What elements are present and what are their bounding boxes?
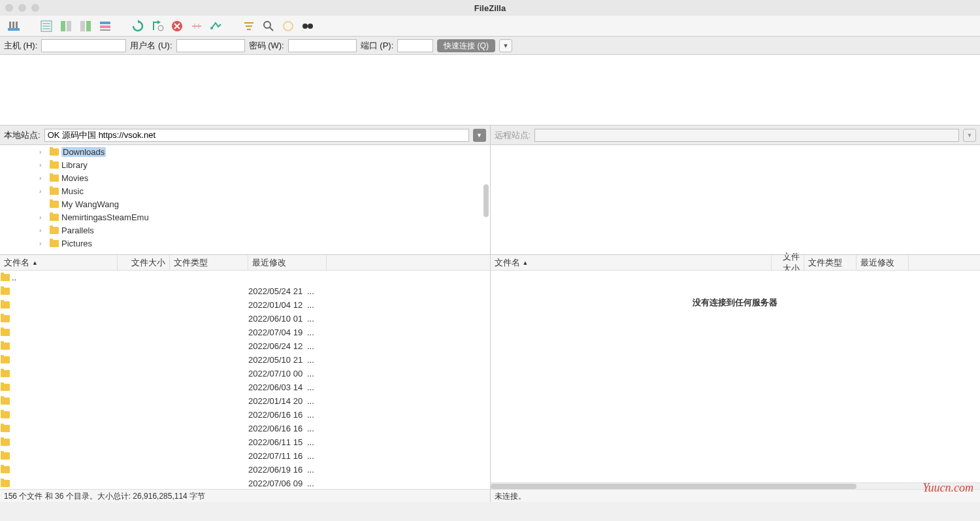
svg-rect-12 (100, 22, 110, 24)
password-input[interactable] (288, 39, 357, 52)
not-connected-message: 没有连接到任何服务器 (491, 271, 981, 309)
folder-icon (1, 301, 10, 309)
toggle-queue-icon[interactable] (97, 18, 114, 35)
svg-rect-31 (306, 25, 309, 27)
list-item[interactable]: 2022/05/24 21... (0, 284, 490, 298)
remote-site-label: 远程站点: (495, 129, 531, 141)
toggle-remote-tree-icon[interactable] (77, 18, 94, 35)
list-item[interactable]: 2022/06/19 16... (0, 463, 490, 477)
disconnect-icon[interactable] (188, 18, 205, 35)
col-modified[interactable]: 最近修改 (248, 255, 327, 270)
list-item[interactable]: 2022/07/11 16... (0, 449, 490, 463)
expand-arrow-icon[interactable]: › (39, 214, 47, 221)
remote-file-list[interactable]: 没有连接到任何服务器 (491, 271, 981, 482)
tree-item[interactable]: ›Downloads (0, 145, 490, 158)
remote-status: 未连接。 (491, 489, 981, 502)
col-filesize[interactable]: 文件大小 (772, 255, 804, 270)
list-item[interactable]: 2022/01/14 20... (0, 394, 490, 408)
local-site-dropdown-icon[interactable]: ▼ (473, 129, 486, 142)
toggle-local-tree-icon[interactable] (57, 18, 74, 35)
tree-item-label: Downloads (61, 147, 106, 157)
message-log[interactable] (0, 55, 980, 126)
folder-icon (1, 370, 10, 377)
local-tree[interactable]: ›Downloads›Library›Movies›MusicMy WangWa… (0, 145, 490, 255)
tree-item[interactable]: ›Movies (0, 171, 490, 184)
expand-arrow-icon[interactable]: › (39, 188, 47, 195)
site-manager-icon[interactable] (5, 18, 22, 35)
folder-icon (50, 148, 59, 156)
svg-rect-10 (80, 21, 85, 31)
svg-point-22 (210, 27, 213, 29)
remote-site-dropdown-icon[interactable]: ▼ (963, 129, 976, 142)
svg-rect-8 (61, 21, 65, 31)
maximize-window-icon[interactable] (31, 4, 39, 12)
col-filename[interactable]: 文件名▲ (0, 255, 118, 270)
filter-icon[interactable] (240, 18, 257, 35)
file-modified: 2022/06/24 12 (248, 341, 307, 351)
local-list-header: 文件名▲ 文件大小 文件类型 最近修改 (0, 255, 490, 271)
folder-icon (1, 452, 10, 460)
expand-arrow-icon[interactable]: › (39, 240, 47, 247)
remote-site-input[interactable] (534, 129, 959, 142)
svg-rect-9 (67, 21, 71, 31)
list-item[interactable]: 2022/07/06 09... (0, 477, 490, 489)
compare-icon[interactable] (299, 18, 316, 35)
list-item[interactable]: 2022/06/16 16... (0, 408, 490, 422)
list-item[interactable]: 2022/07/10 00... (0, 367, 490, 380)
process-queue-icon[interactable] (149, 18, 166, 35)
file-modified: 2022/06/10 01 (248, 314, 307, 324)
folder-icon (50, 214, 59, 221)
horizontal-scrollbar[interactable] (491, 482, 981, 489)
toggle-log-icon[interactable] (38, 18, 55, 35)
local-site-input[interactable] (44, 129, 469, 142)
tree-item[interactable]: ›NemirtingasSteamEmu (0, 210, 490, 224)
host-input[interactable] (41, 39, 126, 52)
search-icon[interactable] (260, 18, 277, 35)
port-input[interactable] (397, 39, 433, 52)
window-titlebar: FileZilla (0, 0, 980, 16)
tree-item[interactable]: ›Parallels (0, 224, 490, 237)
tree-item[interactable]: ›Music (0, 184, 490, 197)
sync-icon[interactable] (280, 18, 297, 35)
scrollbar-thumb[interactable] (483, 184, 489, 217)
col-filetype[interactable]: 文件类型 (804, 255, 857, 270)
list-item[interactable]: 2022/06/03 14... (0, 380, 490, 394)
col-filetype[interactable]: 文件类型 (170, 255, 248, 270)
expand-arrow-icon[interactable]: › (39, 175, 47, 182)
list-item[interactable]: 2022/05/10 21... (0, 353, 490, 367)
close-window-icon[interactable] (5, 4, 13, 12)
col-filename[interactable]: 文件名▲ (491, 255, 772, 270)
scrollbar-thumb[interactable] (491, 484, 857, 489)
col-filesize[interactable]: 文件大小 (118, 255, 170, 270)
watermark: Yuucn.com (923, 481, 973, 495)
reconnect-icon[interactable] (208, 18, 225, 35)
remote-tree[interactable] (491, 145, 981, 255)
list-item[interactable]: 2022/06/10 01... (0, 312, 490, 326)
remote-pane: 远程站点: ▼ 文件名▲ 文件大小 文件类型 最近修改 没有连接到任何服务器 未… (491, 126, 981, 502)
list-item[interactable]: 2022/06/16 16... (0, 422, 490, 435)
list-item[interactable]: 2022/01/04 12... (0, 298, 490, 312)
minimize-window-icon[interactable] (18, 4, 26, 12)
local-file-list[interactable]: ..2022/05/24 21...2022/01/04 12...2022/0… (0, 271, 490, 489)
list-item[interactable]: .. (0, 271, 490, 284)
expand-arrow-icon[interactable]: › (39, 148, 47, 156)
list-item[interactable]: 2022/06/24 12... (0, 339, 490, 353)
folder-icon (1, 356, 10, 363)
cancel-icon[interactable] (169, 18, 186, 35)
svg-rect-14 (100, 29, 110, 31)
refresh-icon[interactable] (129, 18, 146, 35)
tree-item[interactable]: My WangWang (0, 197, 490, 210)
tree-item[interactable]: ›Pictures (0, 237, 490, 250)
local-status: 156 个文件 和 36 个目录。大小总计: 26,916,285,114 字节 (0, 489, 490, 502)
tree-item[interactable]: ›Library (0, 158, 490, 171)
sort-asc-icon: ▲ (523, 260, 529, 266)
list-item[interactable]: 2022/07/04 19... (0, 326, 490, 339)
quickconnect-dropdown-icon[interactable]: ▼ (499, 39, 512, 52)
quickconnect-button[interactable]: 快速连接 (Q) (437, 39, 495, 52)
list-item[interactable]: 2022/06/11 15... (0, 435, 490, 449)
expand-arrow-icon[interactable]: › (39, 227, 47, 234)
col-modified[interactable]: 最近修改 (857, 255, 909, 270)
svg-rect-2 (12, 22, 14, 28)
username-input[interactable] (176, 39, 245, 52)
expand-arrow-icon[interactable]: › (39, 161, 47, 169)
